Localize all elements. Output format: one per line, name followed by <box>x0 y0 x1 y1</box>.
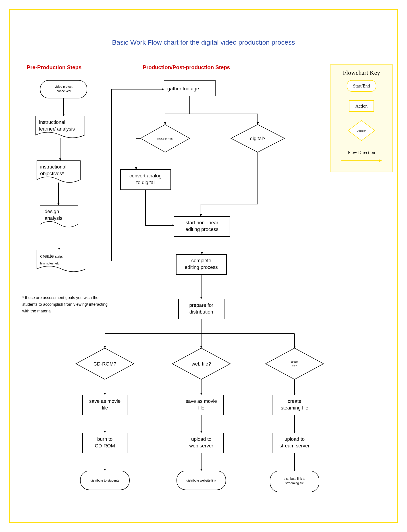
svg-text:instructional: instructional <box>39 119 65 125</box>
node-upload-web: upload to web server <box>179 433 224 453</box>
svg-text:editing process: editing process <box>185 265 218 270</box>
svg-text:analysis: analysis <box>45 215 62 221</box>
svg-text:web server: web server <box>189 443 213 448</box>
node-learner-analysis: instructional learner/ analysis <box>36 116 85 138</box>
svg-text:analog (VHS)?: analog (VHS)? <box>157 137 173 140</box>
svg-text:prepare for: prepare for <box>189 302 213 308</box>
key-decision: Decision <box>357 129 366 132</box>
svg-text:conceived: conceived <box>56 89 70 93</box>
svg-text:save as movie: save as movie <box>186 398 217 404</box>
section-production: Production/Post-production Steps <box>143 64 230 70</box>
svg-text:web file?: web file? <box>191 361 211 367</box>
node-create-stream: create steaming file <box>272 395 317 415</box>
svg-text:learner/ analysis: learner/ analysis <box>39 126 75 132</box>
node-distribute-link: distribute website link <box>177 471 226 490</box>
svg-text:CD-ROM: CD-ROM <box>95 443 115 448</box>
node-stream-decision: stream file? <box>266 348 324 379</box>
svg-text:film notes, etc.: film notes, etc. <box>40 262 60 265</box>
node-complete-editing: complete editing process <box>176 254 227 274</box>
node-distribute-students: distribute to students <box>80 471 129 490</box>
svg-text:file: file <box>102 405 108 411</box>
node-save-movie-2: save as movie file <box>179 395 224 415</box>
svg-text:stream server: stream server <box>280 443 310 448</box>
chart-title: Basic Work Flow chart for the digital vi… <box>112 39 295 46</box>
svg-text:steaming file: steaming file <box>281 405 308 411</box>
node-objectives: instructional objectives* <box>37 161 80 182</box>
footnote: * these are assessment goals you wish th… <box>22 296 108 313</box>
arrow <box>201 152 258 217</box>
svg-marker-56 <box>266 348 324 379</box>
node-cdrom-decision: CD-ROM? <box>76 348 134 379</box>
key-flow-label: Flow Direction <box>348 150 375 155</box>
svg-text:editing process: editing process <box>185 227 219 232</box>
svg-text:distribute to students: distribute to students <box>90 479 119 482</box>
svg-text:with the material: with the material <box>22 309 52 313</box>
svg-text:distribution: distribution <box>189 309 213 315</box>
node-analog-decision: analog (VHS)? <box>141 125 190 152</box>
svg-text:video project: video project <box>55 85 72 88</box>
node-digital-decision: digital? <box>231 125 284 152</box>
svg-text:stream: stream <box>291 360 298 363</box>
svg-text:complete: complete <box>191 258 211 263</box>
svg-text:to digital: to digital <box>136 180 155 185</box>
svg-text:upload to: upload to <box>191 436 211 442</box>
svg-text:save as movie: save as movie <box>89 398 121 404</box>
node-save-movie-1: save as movie file <box>83 395 127 415</box>
svg-text:students to accomplish from vi: students to accomplish from viewing/ int… <box>22 302 108 307</box>
arrow <box>136 138 141 170</box>
svg-text:distribute website link: distribute website link <box>186 479 216 482</box>
svg-text:start non-linear: start non-linear <box>186 220 219 225</box>
svg-text:objectives*: objectives* <box>40 171 64 176</box>
node-convert: convert analog to digital <box>120 170 171 190</box>
svg-text:burn to: burn to <box>97 436 113 442</box>
svg-text:* these are assessment goals y: * these are assessment goals you wish th… <box>22 296 98 300</box>
key-start-end: Start/End <box>353 84 370 88</box>
node-gather-footage: gather footage <box>164 80 215 96</box>
key-title: Flowchart Key <box>343 69 380 76</box>
svg-text:digital?: digital? <box>250 136 266 141</box>
node-start-editing: start non-linear editing process <box>174 217 230 236</box>
svg-text:design: design <box>45 209 59 214</box>
node-create-script: create script, film notes, etc. <box>37 250 86 272</box>
svg-text:create: create <box>288 398 301 404</box>
svg-text:instructional: instructional <box>40 164 66 170</box>
node-conceived: video project conceived <box>40 80 87 98</box>
node-burn-cdrom: burn to CD-ROM <box>83 433 127 453</box>
svg-text:gather footage: gather footage <box>167 86 199 92</box>
svg-text:CD-ROM?: CD-ROM? <box>94 361 117 367</box>
node-distribute-stream: distribute link to streaming file <box>270 471 319 492</box>
svg-text:upload to: upload to <box>284 436 305 442</box>
section-preproduction: Pre-Production Steps <box>27 64 81 70</box>
node-design-analysis: design analysis <box>40 205 78 227</box>
node-prepare-distribution: prepare for distribution <box>179 299 224 319</box>
key-action: Action <box>355 103 368 109</box>
flowchart-key: Flowchart Key Start/End Action Decision … <box>330 65 393 172</box>
svg-text:file: file <box>198 405 204 411</box>
svg-text:file?: file? <box>292 364 297 367</box>
svg-text:distribute link to: distribute link to <box>284 477 305 480</box>
flowchart-canvas: Basic Work Flow chart for the digital vi… <box>0 0 407 532</box>
node-webfile-decision: web file? <box>172 348 230 379</box>
arrow <box>146 190 174 225</box>
node-upload-stream: upload to stream server <box>272 433 317 453</box>
svg-text:streaming file: streaming file <box>285 481 304 485</box>
svg-text:convert analog: convert analog <box>129 173 162 179</box>
